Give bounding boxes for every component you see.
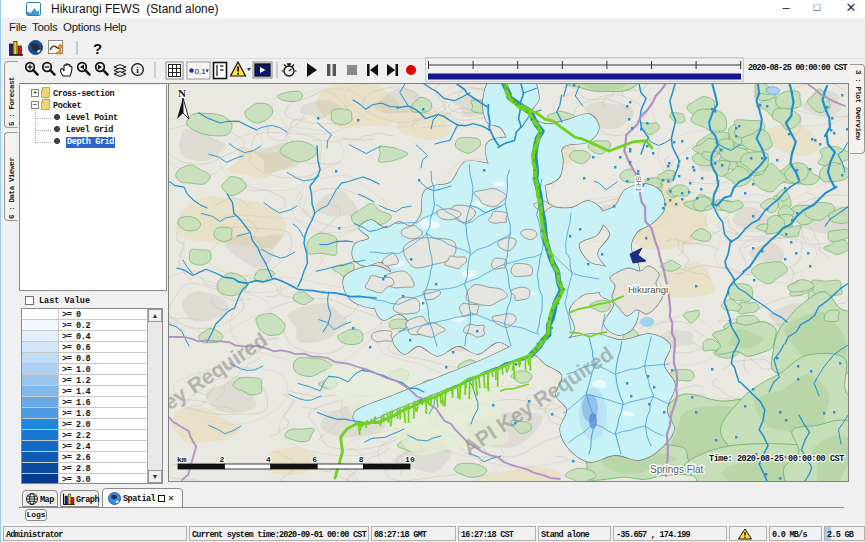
svg-text:Hikurangi: Hikurangi	[628, 284, 668, 295]
svg-text:?: ?	[93, 40, 102, 57]
svg-text:4: 4	[266, 455, 271, 464]
svg-text:Springs Flat: Springs Flat	[650, 464, 704, 475]
svg-text:SH 1: SH 1	[635, 176, 642, 192]
svg-text:8: 8	[359, 455, 364, 464]
svg-text:10: 10	[405, 455, 415, 464]
svg-text:0.1: 0.1	[195, 67, 207, 76]
svg-text:2: 2	[220, 455, 225, 464]
svg-text:i: i	[136, 65, 139, 75]
svg-text:Time: 2020-08-25 00:00:00 CST: Time: 2020-08-25 00:00:00 CST	[709, 454, 844, 464]
svg-text:6: 6	[312, 455, 317, 464]
svg-text:N: N	[178, 87, 186, 99]
svg-text:km: km	[177, 455, 187, 464]
